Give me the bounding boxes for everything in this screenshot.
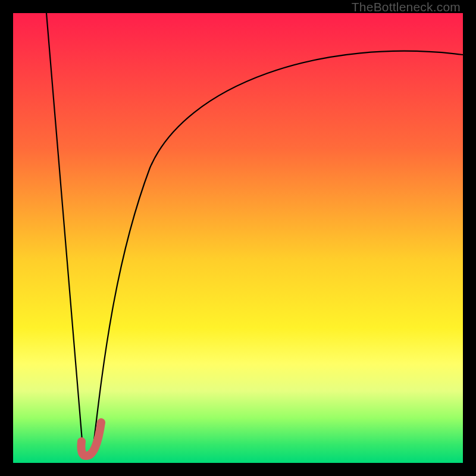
plot-frame [13,13,463,463]
ascending-curve [93,51,463,450]
valley-hook-icon [81,422,101,456]
descending-line [46,13,83,455]
watermark-text: TheBottleneck.com [352,0,461,14]
bottleneck-curve [13,13,463,463]
